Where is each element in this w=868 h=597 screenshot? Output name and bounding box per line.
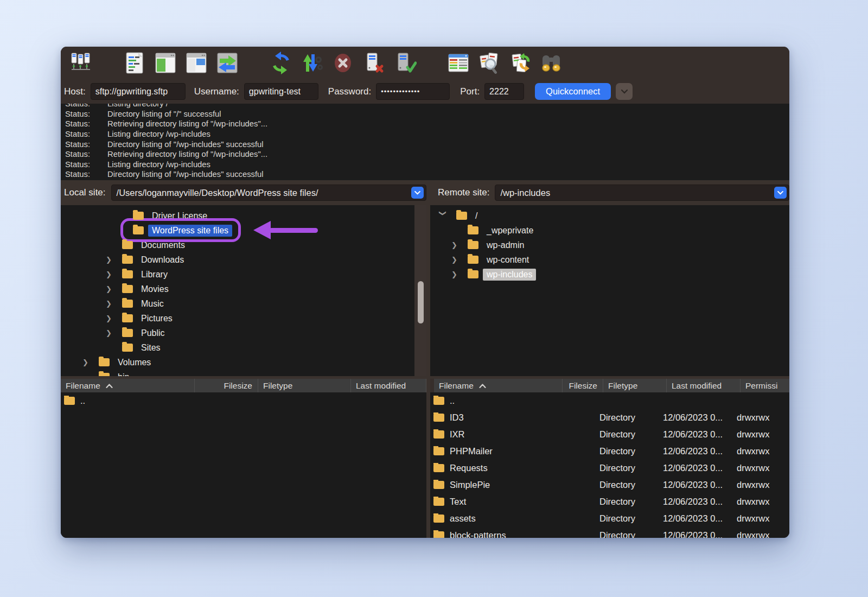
toggle-log-view-icon[interactable] bbox=[122, 50, 147, 75]
cell-modified: 12/06/2023 0... bbox=[663, 530, 737, 538]
remote-site-combo[interactable]: /wp-includes bbox=[495, 185, 789, 201]
site-manager-icon[interactable] bbox=[68, 50, 93, 75]
chevron-collapsed-icon[interactable]: ❯ bbox=[104, 270, 122, 278]
toggle-transfer-queue-icon[interactable] bbox=[215, 50, 240, 75]
host-input[interactable]: sftp://gpwriting.sftp bbox=[91, 83, 186, 100]
synchronized-browsing-icon[interactable] bbox=[508, 50, 533, 75]
tree-item-wp-includes[interactable]: ❯wp-includes bbox=[430, 267, 789, 282]
chevron-collapsed-icon[interactable]: ❯ bbox=[104, 285, 122, 293]
cell-perms: drwxrwx bbox=[737, 446, 789, 456]
toggle-local-tree-icon[interactable] bbox=[153, 50, 178, 75]
column-header-last-modified[interactable]: Last modified bbox=[351, 379, 426, 392]
directory-comparison-icon[interactable] bbox=[539, 50, 564, 75]
tree-item-public[interactable]: ❯Public bbox=[61, 326, 426, 340]
chevron-collapsed-icon[interactable]: ❯ bbox=[449, 256, 468, 264]
local-site-combo[interactable]: /Users/loganmayville/Desktop/WordPress s… bbox=[111, 185, 426, 201]
tree-item-volumes[interactable]: ❯Volumes bbox=[61, 355, 426, 370]
tree-item-bin[interactable]: ❯bin bbox=[61, 370, 426, 376]
log-status-label: Status: bbox=[65, 104, 107, 108]
tree-item-driver-license[interactable]: ❯Driver License bbox=[61, 208, 426, 223]
local-tree: ❯Driver License❯WordPress site files❯Doc… bbox=[61, 205, 426, 376]
folder-icon bbox=[468, 241, 478, 249]
chevron-collapsed-icon[interactable]: ❯ bbox=[104, 300, 122, 308]
tree-item-wp-admin[interactable]: ❯wp-admin bbox=[430, 238, 789, 252]
tree-item-label: Library bbox=[137, 269, 171, 281]
cell-name: IXR bbox=[430, 429, 559, 440]
local-tree-scrollbar-thumb[interactable] bbox=[418, 281, 424, 323]
local-site-dropdown-icon[interactable] bbox=[411, 187, 424, 199]
tree-item-documents[interactable]: ❯Documents bbox=[61, 238, 426, 252]
file-row--[interactable]: .. bbox=[61, 392, 426, 409]
column-header-last-modified[interactable]: Last modified bbox=[667, 379, 741, 392]
message-log[interactable]: Status:Listing directory /Status:Directo… bbox=[61, 104, 789, 180]
tree-item-label: Music bbox=[137, 298, 168, 310]
column-header-filetype[interactable]: Filetype bbox=[603, 379, 667, 392]
host-label: Host: bbox=[64, 86, 86, 97]
cell-type: Directory bbox=[599, 463, 663, 473]
tree-item-movies[interactable]: ❯Movies bbox=[61, 282, 426, 296]
log-status-label: Status: bbox=[65, 160, 107, 169]
chevron-collapsed-icon[interactable]: ❯ bbox=[80, 358, 99, 366]
tree-item-label: Downloads bbox=[137, 254, 188, 266]
tree-item-library[interactable]: ❯Library bbox=[61, 267, 426, 282]
column-header-filesize[interactable]: Filesize bbox=[195, 379, 258, 392]
log-line: Status:Directory listing of "/" successf… bbox=[65, 109, 789, 119]
tree-item-music[interactable]: ❯Music bbox=[61, 296, 426, 311]
username-input[interactable]: gpwriting-test bbox=[244, 83, 318, 100]
file-row-assets[interactable]: assetsDirectory12/06/2023 0...drwxrwx bbox=[430, 510, 789, 527]
file-row-phpmailer[interactable]: PHPMailerDirectory12/06/2023 0...drwxrwx bbox=[430, 443, 789, 460]
remote-site-dropdown-icon[interactable] bbox=[774, 187, 787, 199]
chevron-collapsed-icon[interactable]: ❯ bbox=[104, 314, 122, 322]
tree-item-label: _wpeprivate bbox=[483, 225, 537, 237]
cell-type: Directory bbox=[599, 513, 663, 524]
password-input[interactable]: ••••••••••••• bbox=[376, 83, 450, 100]
file-row-requests[interactable]: RequestsDirectory12/06/2023 0...drwxrwx bbox=[430, 460, 789, 477]
cell-type: Directory bbox=[599, 412, 663, 423]
tree-item-sites[interactable]: ❯Sites bbox=[61, 340, 426, 355]
cell-name: ID3 bbox=[430, 412, 559, 423]
folder-icon bbox=[433, 515, 444, 523]
column-header-filesize[interactable]: Filesize bbox=[563, 379, 603, 392]
cell-perms: drwxrwx bbox=[737, 412, 789, 423]
cell-name: PHPMailer bbox=[430, 446, 559, 456]
chevron-collapsed-icon[interactable]: ❯ bbox=[104, 256, 122, 264]
refresh-icon[interactable] bbox=[269, 50, 293, 75]
tree-item-wordpress-site-files[interactable]: ❯WordPress site files bbox=[61, 223, 426, 238]
local-tree-scrollbar[interactable] bbox=[414, 205, 426, 376]
file-row-text[interactable]: TextDirectory12/06/2023 0...drwxrwx bbox=[430, 493, 789, 510]
column-header-filename[interactable]: Filename bbox=[434, 379, 563, 392]
file-search-icon[interactable] bbox=[477, 50, 502, 75]
file-row-block-patterns[interactable]: block-patternsDirectory12/06/2023 0...dr… bbox=[430, 527, 789, 538]
column-header-filetype[interactable]: Filetype bbox=[258, 379, 351, 392]
log-message: Listing directory / bbox=[107, 104, 168, 108]
tree-item-downloads[interactable]: ❯Downloads bbox=[61, 252, 426, 267]
log-line: Status:Directory listing of "/wp-include… bbox=[65, 169, 789, 180]
file-row--[interactable]: .. bbox=[430, 392, 789, 409]
folder-icon bbox=[468, 226, 478, 234]
file-row-ixr[interactable]: IXRDirectory12/06/2023 0...drwxrwx bbox=[430, 426, 789, 443]
file-row-id3[interactable]: ID3Directory12/06/2023 0...drwxrwx bbox=[430, 409, 789, 426]
directory-listing-filters-icon[interactable] bbox=[446, 50, 471, 75]
port-input[interactable]: 2222 bbox=[484, 83, 524, 100]
process-queue-icon[interactable] bbox=[299, 50, 324, 75]
quickconnect-dropdown-button[interactable] bbox=[616, 83, 633, 100]
chevron-expanded-icon[interactable]: ❯ bbox=[439, 211, 448, 221]
cell-name: .. bbox=[430, 396, 559, 406]
file-row-simplepie[interactable]: SimplePieDirectory12/06/2023 0...drwxrwx bbox=[430, 477, 789, 493]
tree-item-pictures[interactable]: ❯Pictures bbox=[61, 311, 426, 326]
disconnect-icon[interactable] bbox=[361, 50, 386, 75]
tree-item--[interactable]: ❯/ bbox=[430, 208, 789, 223]
tree-item-wp-content[interactable]: ❯wp-content bbox=[430, 252, 789, 267]
chevron-collapsed-icon[interactable]: ❯ bbox=[449, 270, 468, 278]
reconnect-icon[interactable] bbox=[392, 50, 417, 75]
tree-item--wpeprivate[interactable]: ❯_wpeprivate bbox=[430, 223, 789, 238]
chevron-collapsed-icon[interactable]: ❯ bbox=[104, 329, 122, 337]
cancel-operation-icon[interactable] bbox=[330, 50, 355, 75]
toggle-remote-tree-icon[interactable] bbox=[184, 50, 209, 75]
quickconnect-button[interactable]: Quickconnect bbox=[535, 83, 611, 100]
cell-modified: 12/06/2023 0... bbox=[663, 446, 737, 456]
column-header-permissi[interactable]: Permissi bbox=[741, 379, 789, 392]
column-header-filename[interactable]: Filename bbox=[61, 379, 195, 392]
chevron-collapsed-icon[interactable]: ❯ bbox=[449, 241, 468, 249]
cell-modified: 12/06/2023 0... bbox=[663, 412, 737, 423]
